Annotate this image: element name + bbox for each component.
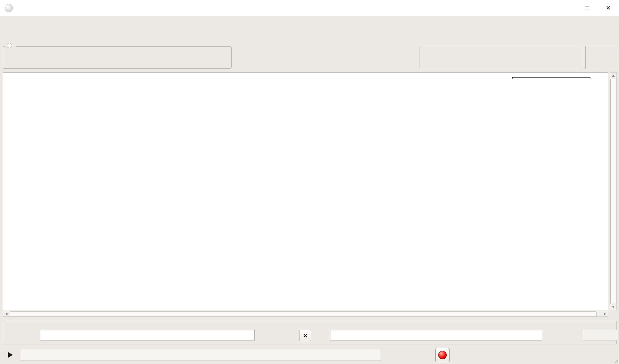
run-button[interactable]: [4, 349, 16, 360]
mode-group-label: [5, 43, 16, 48]
do-not-use-radio[interactable]: [7, 43, 12, 48]
scroll-left-button[interactable]: [4, 311, 9, 316]
vertical-scroll-thumb[interactable]: [610, 79, 617, 304]
app-icon: [5, 4, 13, 12]
maximize-button[interactable]: [576, 0, 598, 16]
arrow-up-icon: [612, 75, 615, 77]
scroll-right-button[interactable]: [602, 311, 608, 316]
status-message: [21, 349, 381, 360]
resize-grip[interactable]: [613, 358, 618, 363]
horizontal-scrollbar[interactable]: [3, 311, 608, 317]
actions-groupbox: [420, 46, 583, 69]
arrow-left-icon: [5, 313, 8, 315]
export-name-field[interactable]: [330, 330, 542, 340]
play-icon: [6, 351, 14, 359]
plot-canvas-area[interactable]: [3, 72, 608, 310]
reset-name-button[interactable]: [299, 330, 311, 341]
tkfab-window: ✕: [0, 0, 619, 364]
scroll-up-button[interactable]: [610, 73, 616, 78]
close-icon: ✕: [606, 5, 611, 11]
arrow-right-icon: [604, 313, 606, 315]
status-bar: [0, 347, 619, 364]
memo-groupbox: [585, 46, 618, 69]
record-led-icon: [438, 351, 447, 359]
horizontal-scroll-thumb[interactable]: [10, 311, 596, 317]
title-bar[interactable]: ✕: [0, 0, 619, 16]
export-groupbox: [3, 321, 617, 344]
record-led-button[interactable]: [435, 348, 450, 362]
maximize-icon: [585, 6, 589, 10]
legend: [512, 77, 590, 79]
arrow-down-icon: [612, 306, 615, 308]
clear-icon: [303, 333, 308, 338]
vertical-scrollbar[interactable]: [610, 72, 617, 310]
minimize-icon: [563, 8, 568, 8]
mode-groupbox: [3, 46, 232, 69]
close-button[interactable]: ✕: [598, 0, 619, 16]
waveform-canvas[interactable]: [3, 73, 608, 310]
extension-field[interactable]: [583, 330, 617, 340]
directory-field[interactable]: [40, 330, 255, 340]
minimize-button[interactable]: [555, 0, 576, 16]
plot-wrap: [3, 72, 617, 317]
scroll-down-button[interactable]: [610, 304, 616, 309]
